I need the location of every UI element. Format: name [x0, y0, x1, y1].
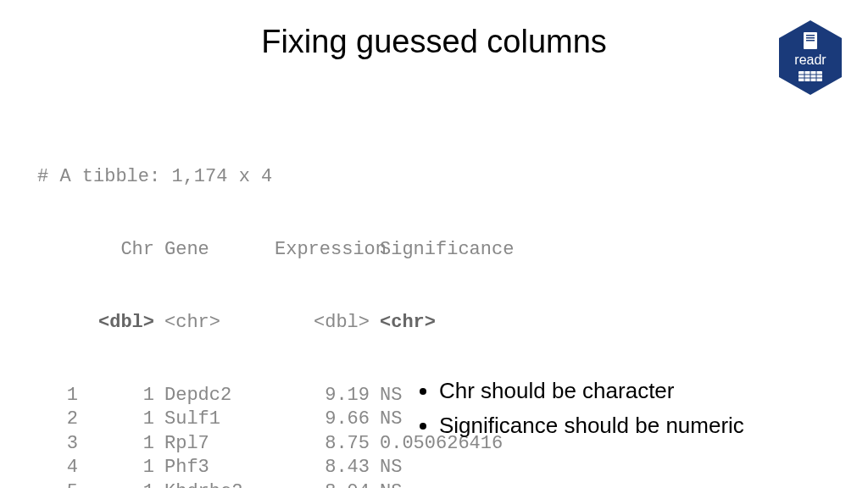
logo-label: readr [794, 53, 826, 67]
tibble-colnames: ChrGeneExpressionSignificance [37, 238, 514, 263]
page-title: Fixing guessed columns [0, 24, 868, 60]
notes-list: Chr should be character Significance sho… [415, 378, 744, 447]
table-row: 51Khdrbs28.94NS [37, 480, 514, 488]
list-item: Chr should be character [439, 378, 744, 404]
svg-rect-3 [806, 37, 815, 39]
tibble-coltypes: <dbl><chr><dbl><chr> [37, 311, 514, 336]
table-row: 41Phf38.43NS [37, 456, 514, 480]
tibble-header: # A tibble: 1,174 x 4 [37, 165, 514, 190]
svg-rect-2 [806, 35, 815, 36]
list-item: Significance should be numeric [439, 413, 744, 439]
readr-logo-icon: readr [776, 19, 844, 100]
svg-rect-4 [806, 40, 815, 42]
